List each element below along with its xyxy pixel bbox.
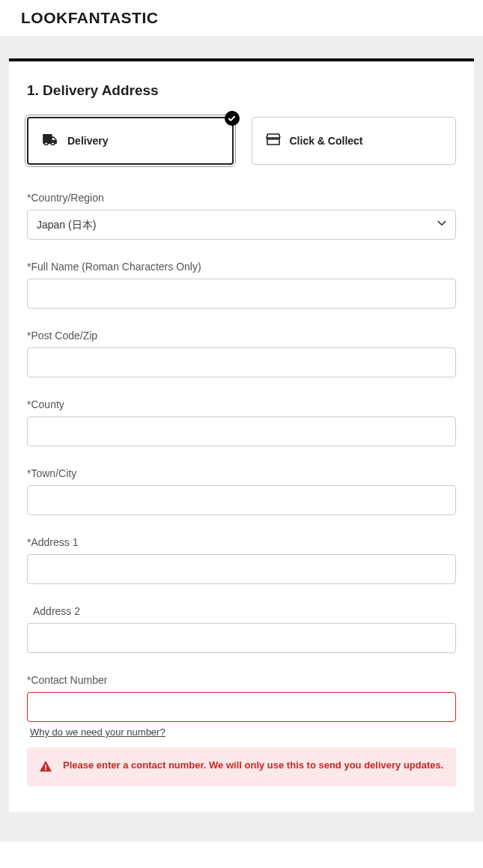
field-address1: *Address 1 xyxy=(27,536,456,584)
label-address2: Address 2 xyxy=(27,605,456,617)
warning-icon xyxy=(39,759,52,776)
brand-logo: LOOKFANTASTIC xyxy=(21,9,462,27)
input-country[interactable]: Japan (日本) xyxy=(27,210,456,240)
input-county[interactable] xyxy=(27,416,456,446)
field-address2: Address 2 xyxy=(27,605,456,653)
input-contact[interactable] xyxy=(27,692,456,722)
error-alert: Please enter a contact number. We will o… xyxy=(27,747,456,786)
label-county: *County xyxy=(27,398,456,410)
field-city: *Town/City xyxy=(27,467,456,515)
error-message: Please enter a contact number. We will o… xyxy=(63,758,443,773)
delivery-option-click-collect[interactable]: Click & Collect xyxy=(252,117,457,165)
store-icon xyxy=(266,133,281,149)
page-body: 1. Delivery Address Delivery Click & Col… xyxy=(0,36,483,842)
check-icon xyxy=(225,111,240,126)
app-header: LOOKFANTASTIC xyxy=(0,0,483,36)
field-contact: *Contact Number Why do we need your numb… xyxy=(27,674,456,786)
svg-rect-1 xyxy=(45,769,46,771)
svg-rect-0 xyxy=(45,765,46,768)
label-postcode: *Post Code/Zip xyxy=(27,330,456,342)
click-collect-label: Click & Collect xyxy=(290,135,363,147)
delivery-options: Delivery Click & Collect xyxy=(27,117,456,165)
delivery-option-delivery[interactable]: Delivery xyxy=(27,117,234,165)
delivery-option-label: Delivery xyxy=(67,135,108,147)
field-county: *County xyxy=(27,398,456,446)
input-full-name[interactable] xyxy=(27,279,456,309)
delivery-card: 1. Delivery Address Delivery Click & Col… xyxy=(9,58,474,812)
field-country: *Country/Region Japan (日本) xyxy=(27,192,456,240)
label-contact: *Contact Number xyxy=(27,674,456,686)
label-full-name: *Full Name (Roman Characters Only) xyxy=(27,261,456,273)
input-address2[interactable] xyxy=(27,623,456,653)
input-address1[interactable] xyxy=(27,554,456,584)
label-country: *Country/Region xyxy=(27,192,456,204)
section-title: 1. Delivery Address xyxy=(27,82,456,99)
label-address1: *Address 1 xyxy=(27,536,456,548)
input-city[interactable] xyxy=(27,485,456,515)
field-postcode: *Post Code/Zip xyxy=(27,330,456,377)
field-full-name: *Full Name (Roman Characters Only) xyxy=(27,261,456,309)
input-postcode[interactable] xyxy=(27,347,456,377)
label-city: *Town/City xyxy=(27,467,456,479)
truck-icon xyxy=(42,133,58,148)
contact-help-link[interactable]: Why do we need your number? xyxy=(30,726,165,738)
